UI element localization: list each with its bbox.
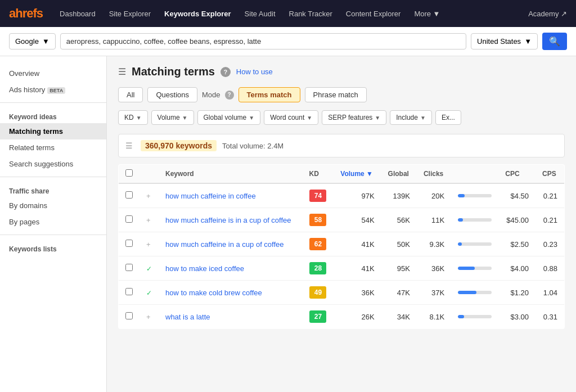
- main-layout: Overview Ads historyBETA Keyword ideas M…: [0, 56, 576, 392]
- mode-help-icon[interactable]: ?: [225, 91, 234, 100]
- bar-bg: [458, 194, 492, 197]
- keyword-link[interactable]: how much caffeine in a cup of coffee: [165, 240, 284, 249]
- row-global-cell: 95K: [381, 256, 417, 281]
- row-action-cell[interactable]: +: [140, 208, 159, 232]
- how-to-use-link[interactable]: How to use: [236, 67, 273, 76]
- add-icon[interactable]: +: [146, 192, 151, 200]
- col-header-cpc[interactable]: CPC: [498, 165, 536, 184]
- row-checkbox[interactable]: [125, 264, 133, 271]
- table-row: +how much caffeine is in a cup of coffee…: [119, 208, 565, 232]
- country-chevron-icon: ▼: [524, 37, 532, 46]
- nav-academy[interactable]: Academy ↗: [528, 10, 567, 18]
- filter-volume-chevron-icon: ▼: [182, 115, 188, 121]
- nav-item-site-explorer[interactable]: Site Explorer: [104, 6, 156, 21]
- sidebar-item-ads-history[interactable]: Ads historyBETA: [0, 82, 106, 98]
- row-clicks-bar-cell: [451, 208, 498, 232]
- bar-fill: [458, 218, 463, 222]
- sidebar-divider-2: [0, 177, 106, 177]
- keyword-link[interactable]: how to make cold brew coffee: [165, 289, 262, 297]
- row-keyword-cell: how to make iced coffee: [159, 256, 303, 281]
- sidebar-item-by-pages[interactable]: By pages: [0, 214, 106, 230]
- col-header-volume[interactable]: Volume ▼: [334, 165, 381, 184]
- results-hamburger-icon[interactable]: ☰: [125, 141, 133, 150]
- col-header-checkbox[interactable]: [119, 165, 140, 184]
- nav-item-site-audit[interactable]: Site Audit: [239, 6, 281, 21]
- filter-kd[interactable]: KD ▼: [118, 110, 148, 125]
- keyword-link[interactable]: what is a latte: [165, 313, 210, 321]
- keywords-table: Keyword KD Volume ▼ Global Clicks CPC CP…: [118, 164, 565, 329]
- add-icon[interactable]: +: [146, 240, 151, 249]
- col-header-clicks[interactable]: Clicks: [417, 165, 451, 184]
- sidebar-item-overview[interactable]: Overview: [0, 65, 106, 82]
- filter-serp-features[interactable]: SERP features ▼: [322, 110, 386, 125]
- engine-selector[interactable]: Google ▼: [9, 33, 56, 49]
- row-action-cell[interactable]: +: [140, 183, 159, 208]
- sidebar-section-keywords-lists: Keywords lists: [0, 240, 106, 255]
- row-action-cell[interactable]: ✓: [140, 281, 159, 305]
- sidebar-item-matching-terms[interactable]: Matching terms: [0, 123, 106, 139]
- keyword-input[interactable]: [60, 33, 466, 49]
- row-kd-cell: 58: [303, 208, 334, 232]
- filter-include[interactable]: Include ▼: [390, 110, 432, 125]
- sidebar-item-search-suggestions[interactable]: Search suggestions: [0, 156, 106, 172]
- row-checkbox-cell: [119, 232, 140, 256]
- filter-volume[interactable]: Volume ▼: [151, 110, 194, 125]
- row-checkbox[interactable]: [125, 191, 133, 199]
- tab-terms-match[interactable]: Terms match: [238, 87, 300, 102]
- row-keyword-cell: how much caffeine is in a cup of coffee: [159, 208, 303, 232]
- row-cps-cell: 0.23: [536, 232, 564, 256]
- search-button[interactable]: 🔍: [542, 33, 567, 50]
- nav-item-content-explorer[interactable]: Content Explorer: [340, 6, 407, 21]
- main-content: ☰ Matching terms ? How to use All Questi…: [107, 56, 576, 392]
- row-action-cell[interactable]: +: [140, 305, 159, 329]
- kd-badge: 49: [309, 286, 326, 299]
- row-checkbox[interactable]: [125, 312, 133, 319]
- keyword-link[interactable]: how much caffeine is in a cup of coffee: [165, 216, 291, 224]
- row-volume-cell: 36K: [334, 281, 381, 305]
- sidebar-divider-1: [0, 102, 106, 103]
- row-checkbox-cell: [119, 305, 140, 329]
- row-clicks-bar-cell: [451, 183, 498, 208]
- country-selector[interactable]: United States ▼: [471, 33, 538, 49]
- nav-item-rank-tracker[interactable]: Rank Tracker: [284, 6, 338, 21]
- filter-exclude[interactable]: Ex...: [435, 110, 461, 125]
- filter-global-volume[interactable]: Global volume ▼: [197, 110, 261, 125]
- row-clicks-bar-cell: [451, 232, 498, 256]
- row-checkbox[interactable]: [125, 240, 133, 247]
- hamburger-icon[interactable]: ☰: [118, 66, 126, 77]
- tab-phrase-match[interactable]: Phrase match: [305, 87, 367, 102]
- row-checkbox[interactable]: [125, 215, 133, 223]
- row-action-cell[interactable]: +: [140, 232, 159, 256]
- row-action-cell[interactable]: ✓: [140, 256, 159, 281]
- col-header-global[interactable]: Global: [381, 165, 417, 184]
- table-row: +how much caffeine in coffee7497K139K20K…: [119, 183, 565, 208]
- select-all-checkbox[interactable]: [125, 169, 133, 177]
- nav-item-dashboard[interactable]: Dashboard: [54, 6, 101, 21]
- top-nav: ahrefs Dashboard Site Explorer Keywords …: [0, 0, 576, 27]
- add-icon[interactable]: +: [146, 313, 151, 321]
- nav-item-keywords-explorer[interactable]: Keywords Explorer: [159, 6, 237, 21]
- row-kd-cell: 28: [303, 256, 334, 281]
- filter-serp-features-chevron-icon: ▼: [375, 115, 380, 121]
- col-header-kd[interactable]: KD: [303, 165, 334, 184]
- filter-word-count[interactable]: Word count ▼: [264, 110, 318, 125]
- sidebar-item-by-domains[interactable]: By domains: [0, 197, 106, 214]
- keyword-link[interactable]: how much caffeine in coffee: [165, 192, 256, 200]
- add-icon[interactable]: +: [146, 216, 151, 224]
- tab-all[interactable]: All: [118, 87, 143, 102]
- help-icon[interactable]: ?: [220, 67, 231, 77]
- filter-global-volume-chevron-icon: ▼: [249, 115, 254, 121]
- keyword-link[interactable]: how to make iced coffee: [165, 264, 244, 273]
- table-row: +what is a latte2726K34K8.1K$3.000.31: [119, 305, 565, 329]
- row-checkbox[interactable]: [125, 288, 133, 295]
- table-row: ✓how to make cold brew coffee4936K47K37K…: [119, 281, 565, 305]
- col-header-keyword[interactable]: Keyword: [159, 165, 303, 184]
- row-cps-cell: 0.21: [536, 183, 564, 208]
- col-header-cps[interactable]: CPS: [536, 165, 564, 184]
- tab-questions[interactable]: Questions: [147, 87, 197, 102]
- nav-item-more[interactable]: More ▼: [408, 6, 446, 21]
- sidebar-item-related-terms[interactable]: Related terms: [0, 139, 106, 156]
- row-global-cell: 50K: [381, 232, 417, 256]
- logo[interactable]: ahrefs: [9, 6, 43, 21]
- row-global-cell: 56K: [381, 208, 417, 232]
